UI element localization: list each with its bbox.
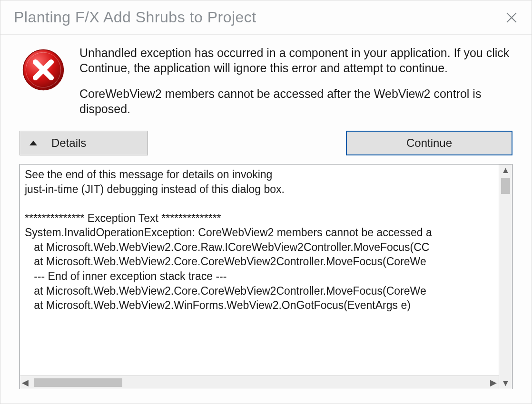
scroll-left-arrow-icon[interactable]: ◀ (20, 378, 30, 387)
details-panel: See the end of this message for details … (20, 164, 512, 389)
details-label: Details (51, 136, 86, 150)
scroll-up-arrow-icon[interactable]: ▲ (502, 164, 510, 176)
svg-marker-6 (30, 141, 37, 145)
message-paragraph-2: CoreWebView2 members cannot be accessed … (79, 86, 512, 116)
scroll-right-arrow-icon[interactable]: ▶ (488, 378, 499, 387)
dialog-title: Planting F/X Add Shrubs to Project (14, 9, 256, 26)
error-icon (20, 45, 67, 116)
vertical-scrollbar[interactable]: ▲ ▼ (499, 164, 512, 389)
button-row: Details Continue (0, 121, 532, 162)
close-button[interactable] (500, 6, 523, 29)
caret-up-icon (29, 140, 38, 146)
message-paragraph-1: Unhandled exception has occurred in a co… (79, 45, 512, 76)
details-text[interactable]: See the end of this message for details … (20, 164, 499, 389)
horizontal-scrollbar[interactable]: ◀ ▶ (20, 375, 499, 389)
horizontal-scroll-thumb[interactable] (34, 378, 122, 387)
message-text: Unhandled exception has occurred in a co… (79, 45, 512, 116)
continue-label: Continue (406, 136, 452, 150)
details-button[interactable]: Details (20, 131, 148, 155)
message-area: Unhandled exception has occurred in a co… (0, 35, 532, 121)
titlebar: Planting F/X Add Shrubs to Project (0, 0, 532, 35)
continue-button[interactable]: Continue (346, 131, 512, 155)
error-dialog: Planting F/X Add Shrubs to Project (0, 0, 532, 404)
vertical-scroll-thumb[interactable] (501, 178, 510, 194)
scroll-down-arrow-icon[interactable]: ▼ (502, 377, 510, 389)
close-icon (505, 11, 518, 24)
